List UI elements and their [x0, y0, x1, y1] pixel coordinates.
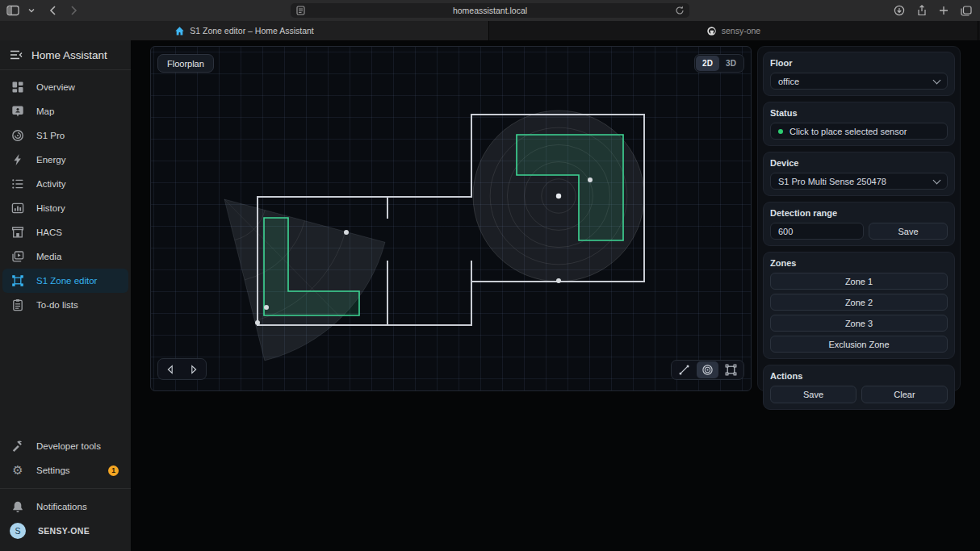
- sidebar-item-label: Media: [36, 252, 61, 261]
- sidebar-item-overview[interactable]: Overview: [2, 75, 128, 99]
- sidebar-item-label: Activity: [36, 179, 65, 189]
- device-value: S1 Pro Multi Sense 250478: [778, 177, 886, 186]
- sidebar-divider: [0, 488, 131, 489]
- avatar: S: [10, 523, 26, 539]
- bell-icon: [11, 500, 24, 513]
- zone-editor-canvas[interactable]: Floorplan 2D3D: [150, 46, 752, 391]
- sidebar-chevron-down-icon[interactable]: [28, 8, 35, 13]
- actions-label: Actions: [770, 371, 948, 381]
- sidebar-toggle-icon[interactable]: [6, 5, 19, 16]
- sidebar-account[interactable]: SSENSY-ONE: [2, 519, 128, 543]
- sidebar: Home Assistant OverviewMapS1 ProEnergyAc…: [0, 40, 131, 551]
- sidebar-item-history[interactable]: History: [2, 196, 128, 220]
- target-dot[interactable]: [255, 320, 260, 325]
- settings-icon: ⚙: [11, 464, 24, 477]
- sidebar-item-label: To-do lists: [36, 300, 78, 310]
- zone-1-button[interactable]: Zone 1: [770, 273, 948, 290]
- sensor-position-dot[interactable]: [556, 194, 561, 198]
- floor-label: Floor: [770, 58, 948, 68]
- share-icon[interactable]: [917, 5, 927, 16]
- target-dot[interactable]: [344, 230, 349, 235]
- browser-toolbar: homeassistant.local: [0, 0, 980, 21]
- zone-2-button[interactable]: Zone 2: [770, 294, 948, 311]
- actions-clear-button[interactable]: Clear: [861, 386, 948, 403]
- page-icon: [296, 6, 305, 15]
- downloads-icon[interactable]: [894, 5, 905, 16]
- detection-range-save-button[interactable]: Save: [869, 223, 948, 240]
- exclusion-zone-button[interactable]: Exclusion Zone: [770, 336, 948, 353]
- zone-3-button[interactable]: Zone 3: [770, 315, 948, 332]
- step-forward-button[interactable]: [188, 364, 199, 375]
- sidebar-item-settings[interactable]: ⚙Settings1: [2, 458, 128, 482]
- sidebar-item-label: Map: [36, 106, 54, 116]
- sidebar-item-media[interactable]: Media: [2, 244, 128, 269]
- detection-range-input[interactable]: 600: [770, 223, 864, 240]
- tab-title: sensy-one: [722, 26, 760, 35]
- home-assistant-logo-icon: [174, 26, 185, 36]
- sidebar-item-label: Developer tools: [36, 441, 101, 451]
- status-message: Click to place selected sensor: [789, 127, 907, 136]
- view-toggle-3d[interactable]: 3D: [719, 56, 743, 71]
- back-icon[interactable]: [48, 5, 57, 16]
- menu-toggle-icon[interactable]: [10, 50, 23, 60]
- floorplan-button[interactable]: Floorplan: [157, 54, 214, 73]
- line-tool-button[interactable]: [673, 361, 695, 378]
- device-card: Device S1 Pro Multi Sense 250478: [763, 152, 955, 196]
- sidebar-item-notifications[interactable]: Notifications: [2, 495, 128, 519]
- step-back-button[interactable]: [165, 364, 176, 375]
- actions-card: Actions Save Clear: [763, 365, 955, 410]
- target-dot[interactable]: [264, 305, 269, 310]
- browser-tab-bar: S1 Zone editor – Home Assistantsensy-one: [0, 21, 980, 40]
- radar-tool-button[interactable]: [697, 361, 718, 378]
- zones-card: Zones Zone 1Zone 2Zone 3Exclusion Zone: [763, 252, 955, 359]
- view-toggle-2d[interactable]: 2D: [696, 56, 719, 71]
- energy-icon: [11, 153, 24, 166]
- sidebar-item-developer-tools[interactable]: Developer tools: [2, 434, 128, 458]
- sidebar-item-hacs[interactable]: HACS: [2, 220, 128, 244]
- sidebar-item-label: Notifications: [36, 502, 87, 511]
- screen: homeassistant.local S1 Zone editor – Hom…: [0, 0, 980, 551]
- sidebar-item-energy[interactable]: Energy: [2, 148, 128, 172]
- sidebar-item-label: S1 Zone editor: [36, 276, 97, 286]
- url-text: homeassistant.local: [453, 6, 527, 15]
- forward-icon[interactable]: [70, 5, 78, 16]
- media-icon: [11, 250, 24, 263]
- todo-icon: [11, 298, 24, 311]
- sidebar-item-s1-pro[interactable]: S1 Pro: [2, 123, 128, 148]
- device-select[interactable]: S1 Pro Multi Sense 250478: [770, 173, 948, 190]
- hacs-icon: [11, 226, 24, 239]
- device-label: Device: [770, 158, 948, 168]
- target-dot[interactable]: [556, 278, 561, 283]
- sidebar-item-s1-zone-editor[interactable]: S1 Zone editor: [2, 269, 128, 293]
- sidebar-item-label: History: [36, 203, 65, 213]
- sidebar-item-map[interactable]: Map: [2, 99, 128, 123]
- view-toggle: 2D3D: [694, 54, 744, 73]
- new-tab-icon[interactable]: [939, 6, 949, 15]
- detection-range-card: Detection range 600 Save: [763, 202, 955, 246]
- history-icon: [11, 202, 24, 215]
- floorplan-svg: [151, 47, 752, 392]
- zone-editor-icon: [11, 274, 24, 287]
- activity-icon: [11, 177, 24, 190]
- devtools-icon: [11, 440, 24, 453]
- target-dot[interactable]: [588, 177, 593, 182]
- tab-overview-icon[interactable]: [961, 6, 972, 16]
- floor-select[interactable]: office: [770, 73, 948, 90]
- canvas-tools: [671, 360, 744, 380]
- github-logo-icon: [706, 26, 717, 36]
- browser-tab-sensy-one[interactable]: sensy-one: [489, 21, 978, 40]
- chevron-down-icon: [933, 176, 941, 184]
- address-bar[interactable]: homeassistant.local: [291, 3, 689, 18]
- actions-save-button[interactable]: Save: [770, 386, 856, 403]
- settings-badge: 1: [108, 465, 119, 476]
- floor-value: office: [778, 77, 799, 86]
- reload-icon[interactable]: [675, 6, 685, 15]
- browser-tab-s1-zone-editor-home-assistant[interactable]: S1 Zone editor – Home Assistant: [0, 21, 489, 40]
- sidebar-item-to-do-lists[interactable]: To-do lists: [2, 293, 128, 317]
- sidebar-header: Home Assistant: [0, 40, 131, 70]
- square-tool-button[interactable]: [720, 361, 742, 378]
- account-name: SENSY-ONE: [38, 526, 90, 536]
- canvas-nav-controls: [157, 358, 207, 380]
- sidebar-item-activity[interactable]: Activity: [2, 172, 128, 196]
- status-row: Click to place selected sensor: [770, 123, 948, 140]
